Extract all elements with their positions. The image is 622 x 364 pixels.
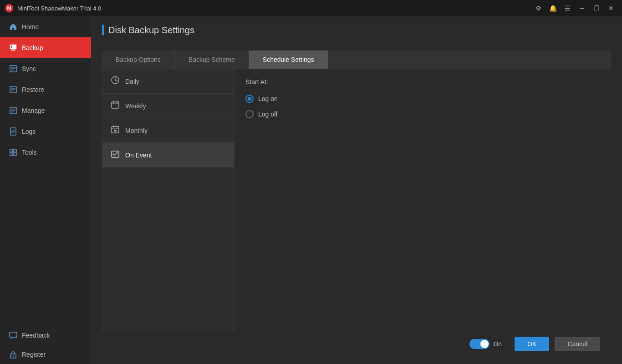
feedback-icon [9, 331, 17, 339]
main-content: Disk Backup Settings Backup Options Back… [91, 16, 622, 364]
schedule-monthly[interactable]: Monthly [102, 118, 234, 143]
sidebar-bottom: Feedback Register [0, 326, 91, 364]
sync-icon [9, 65, 17, 73]
svg-rect-4 [11, 50, 15, 51]
svg-rect-21 [10, 149, 13, 152]
account-icon[interactable]: 🔔 [546, 2, 559, 15]
radio-group: Log on Log off [245, 95, 600, 118]
enable-toggle[interactable] [469, 339, 489, 349]
app-title: MiniTool ShadowMaker Trial 4.0 [17, 5, 532, 12]
restore-button[interactable]: ❐ [590, 2, 603, 15]
radio-label-log-off: Log off [258, 111, 278, 118]
manage-icon [9, 106, 17, 115]
svg-line-30 [115, 80, 117, 81]
menu-icon[interactable]: ☰ [561, 2, 574, 15]
on-event-icon [111, 149, 120, 161]
daily-label: Daily [125, 78, 139, 85]
radio-log-off[interactable]: Log off [245, 110, 600, 118]
on-event-label: On Event [125, 152, 152, 159]
tab-backup-options[interactable]: Backup Options [102, 51, 175, 69]
sidebar-label-backup: Backup [22, 44, 43, 51]
sidebar-label-restore: Restore [22, 86, 44, 93]
toggle-group: On [469, 339, 502, 349]
ok-button[interactable]: OK [515, 337, 549, 351]
svg-rect-25 [10, 332, 17, 337]
svg-rect-3 [11, 46, 12, 48]
sidebar-label-feedback: Feedback [22, 332, 50, 339]
svg-point-27 [13, 356, 14, 357]
daily-icon [111, 76, 120, 87]
sidebar: Home Backup Sync [0, 16, 91, 364]
sidebar-item-logs[interactable]: Logs [0, 121, 91, 142]
logs-icon [9, 127, 17, 136]
radio-label-log-on: Log on [258, 95, 278, 102]
page-header: Disk Backup Settings [91, 16, 622, 43]
header-accent [102, 25, 104, 35]
schedule-list: Daily Weekly [102, 69, 235, 331]
sidebar-item-register[interactable]: Register [0, 345, 91, 364]
tab-backup-scheme[interactable]: Backup Scheme [175, 51, 249, 69]
tab-schedule-settings[interactable]: Schedule Settings [249, 51, 328, 69]
sidebar-item-manage[interactable]: Manage [0, 100, 91, 121]
sidebar-item-backup[interactable]: Backup [0, 37, 91, 58]
titlebar: M MiniTool ShadowMaker Trial 4.0 ⚙ 🔔 ☰ ─… [0, 0, 622, 16]
schedule-on-event[interactable]: On Event [102, 143, 234, 167]
monthly-icon [111, 125, 120, 136]
page-title: Disk Backup Settings [108, 25, 194, 35]
sidebar-label-sync: Sync [22, 65, 36, 72]
sidebar-item-restore[interactable]: Restore [0, 79, 91, 100]
weekly-label: Weekly [125, 102, 146, 110]
close-button[interactable]: ✕ [605, 2, 617, 15]
sidebar-label-logs: Logs [22, 128, 36, 135]
radio-circle-log-off [245, 110, 254, 118]
toggle-label: On [493, 340, 502, 348]
minimize-button[interactable]: ─ [576, 2, 588, 15]
start-at-label: Start At: [245, 78, 600, 86]
sidebar-label-home: Home [22, 23, 39, 30]
home-icon [9, 23, 17, 31]
svg-rect-39 [114, 130, 117, 131]
sidebar-item-feedback[interactable]: Feedback [0, 326, 91, 345]
sidebar-item-home[interactable]: Home [0, 16, 91, 37]
weekly-icon [111, 100, 120, 111]
app-logo: M [5, 4, 14, 13]
radio-circle-log-on [245, 95, 254, 103]
dialog-footer: On OK Cancel [102, 331, 611, 357]
tab-bar: Backup Options Backup Scheme Schedule Se… [102, 51, 611, 69]
svg-rect-22 [14, 149, 16, 152]
cancel-button[interactable]: Cancel [555, 337, 600, 351]
sidebar-label-manage: Manage [22, 107, 45, 114]
svg-rect-24 [14, 153, 16, 156]
monthly-label: Monthly [125, 127, 148, 134]
panel-body: Daily Weekly [102, 69, 611, 331]
register-icon [9, 350, 17, 359]
schedule-weekly[interactable]: Weekly [102, 94, 234, 118]
sidebar-item-sync[interactable]: Sync [0, 58, 91, 79]
window-controls: ⚙ 🔔 ☰ ─ ❐ ✕ [532, 2, 617, 15]
svg-text:M: M [7, 5, 11, 11]
radio-log-on[interactable]: Log on [245, 95, 600, 103]
backup-icon [9, 44, 17, 52]
sidebar-label-tools: Tools [22, 149, 37, 156]
settings-panel: Start At: Log on Log off [235, 69, 611, 331]
sidebar-item-tools[interactable]: Tools [0, 142, 91, 163]
svg-rect-23 [10, 153, 13, 156]
app-body: Home Backup Sync [0, 16, 622, 364]
tools-icon [9, 148, 17, 157]
dialog-area: Backup Options Backup Scheme Schedule Se… [91, 43, 622, 364]
schedule-daily[interactable]: Daily [102, 69, 234, 94]
svg-rect-31 [112, 102, 119, 108]
sidebar-label-register: Register [22, 351, 46, 358]
settings-icon[interactable]: ⚙ [532, 2, 545, 15]
restore-icon [9, 86, 17, 94]
